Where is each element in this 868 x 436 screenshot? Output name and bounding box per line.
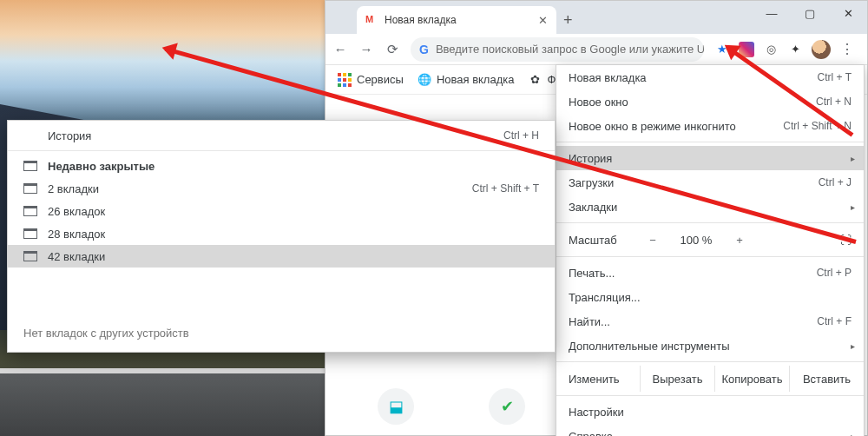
tab-title: Новая вкладка: [385, 14, 457, 26]
reload-button[interactable]: ⟳: [385, 42, 400, 57]
submenu-recent-item[interactable]: 42 вкладки: [8, 245, 555, 268]
shortcut-icon[interactable]: ⬓: [378, 388, 414, 425]
menu-print[interactable]: Печать...Ctrl + P: [556, 261, 864, 285]
browser-tab[interactable]: M Новая вкладка ✕: [357, 6, 556, 34]
extensions-puzzle-icon[interactable]: ✦: [787, 42, 803, 57]
new-tab-button[interactable]: +: [563, 11, 573, 30]
menu-separator: [556, 395, 864, 396]
tab-close-icon[interactable]: ✕: [538, 14, 548, 27]
menu-downloads[interactable]: ЗагрузкиCtrl + J: [556, 170, 864, 195]
submenu-recent-item[interactable]: 26 вкладок: [8, 200, 555, 222]
zoom-percent: 100 %: [676, 234, 716, 247]
menu-incognito[interactable]: Новое окно в режиме инкогнитоCtrl + Shif…: [556, 114, 864, 138]
window-minimize-button[interactable]: —: [753, 1, 791, 25]
menu-paste[interactable]: Вставить: [789, 366, 864, 392]
apps-grid-icon: [338, 73, 352, 87]
menu-cast[interactable]: Трансляция...: [556, 285, 864, 309]
chevron-right-icon: ▸: [851, 341, 855, 351]
omnibox[interactable]: G Введите поисковый запрос в Google или …: [411, 37, 704, 62]
menu-separator: [556, 256, 864, 257]
window-icon: [23, 206, 37, 216]
menu-cut[interactable]: Вырезать: [640, 366, 714, 392]
address-bar: ← → ⟳ G Введите поисковый запрос в Googl…: [326, 34, 867, 65]
menu-history[interactable]: История▸: [556, 146, 864, 170]
menu-edit-label: Изменить: [556, 366, 640, 392]
shortcut-icon[interactable]: ✔: [489, 388, 525, 425]
google-icon: G: [419, 43, 429, 56]
window-icon: [23, 183, 37, 194]
extension-icon[interactable]: ◎: [763, 42, 779, 57]
kebab-menu-icon[interactable]: ⋮: [839, 42, 855, 57]
window-icon: [23, 251, 37, 261]
profile-avatar[interactable]: [812, 40, 831, 59]
submenu-recent-item[interactable]: 28 вкладок: [8, 222, 555, 245]
bookmark-item[interactable]: 🌐 Новая вкладка: [418, 73, 515, 87]
forward-button[interactable]: →: [358, 42, 374, 56]
menu-help[interactable]: Справка▸: [556, 424, 864, 436]
menu-separator: [556, 222, 864, 223]
menu-find[interactable]: Найти...Ctrl + F: [556, 309, 864, 334]
zoom-in-button[interactable]: +: [732, 234, 747, 247]
history-submenu: ИсторияCtrl + H Недавно закрытые 2 вклад…: [7, 120, 556, 353]
folder-icon: [23, 161, 37, 171]
globe-icon: 🌐: [418, 73, 431, 87]
chevron-right-icon: ▸: [851, 202, 855, 212]
apps-shortcut[interactable]: Сервисы: [338, 73, 404, 87]
zoom-out-button[interactable]: −: [645, 234, 661, 247]
menu-separator: [556, 361, 864, 362]
submenu-recent-header: Недавно закрытые: [8, 155, 555, 177]
menu-separator: [556, 142, 864, 142]
flower-icon: ✿: [528, 73, 542, 87]
submenu-recent-item[interactable]: 2 вкладкиCtrl + Shift + T: [8, 177, 555, 200]
menu-separator: [8, 150, 555, 151]
menu-copy[interactable]: Копировать: [714, 366, 789, 392]
chevron-right-icon: ▸: [851, 432, 855, 437]
chevron-right-icon: ▸: [851, 154, 855, 163]
menu-settings[interactable]: Настройки: [556, 400, 864, 424]
gmail-icon: M: [365, 14, 378, 26]
submenu-footer: Нет вкладок с других устройств: [23, 327, 189, 340]
back-button[interactable]: ←: [332, 42, 348, 56]
titlebar: M Новая вкладка ✕ + — ▢ ✕: [326, 1, 867, 34]
window-icon: [23, 228, 37, 239]
window-maximize-button[interactable]: ▢: [791, 1, 829, 25]
menu-edit-row: Изменить Вырезать Копировать Вставить: [556, 366, 864, 392]
window-close-button[interactable]: ✕: [829, 1, 867, 25]
menu-more-tools[interactable]: Дополнительные инструменты▸: [556, 334, 864, 358]
omnibox-placeholder: Введите поисковый запрос в Google или ук…: [436, 43, 704, 56]
chrome-main-menu: Новая вкладкаCtrl + T Новое окноCtrl + N…: [556, 64, 865, 436]
menu-new-tab[interactable]: Новая вкладкаCtrl + T: [556, 65, 864, 89]
